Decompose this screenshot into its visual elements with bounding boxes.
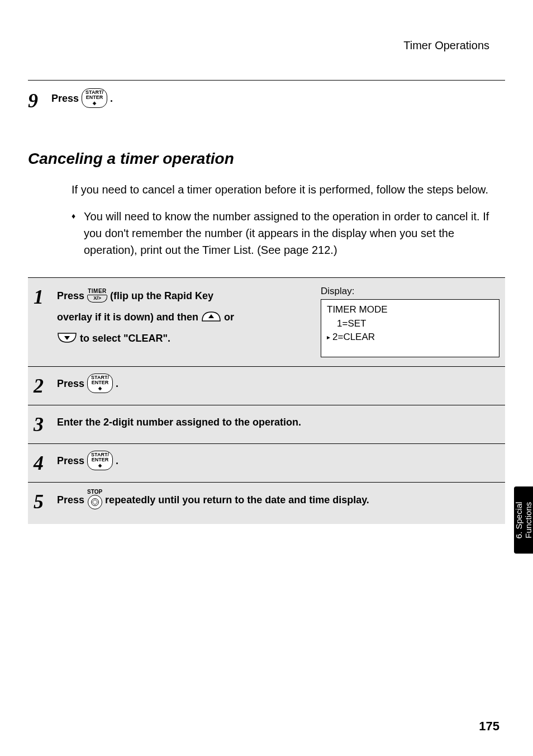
cancel-bullet-row: ♦ You will need to know the number assig…: [72, 208, 494, 258]
start-enter-button-icon: START/ ENTER ◈: [82, 88, 107, 108]
step-4-row: 4 Press START/ ENTER ◈ .: [28, 443, 505, 482]
display-label: Display:: [321, 286, 499, 297]
step-3-body: Enter the 2-digit number assigned to the…: [57, 413, 499, 431]
s1-t1: Press: [57, 290, 87, 301]
step-9-suffix: .: [110, 93, 113, 104]
step-1-body: Press TIMER X/> (flip up the Rapid Key o…: [57, 286, 310, 357]
step-5-body: Press STOP repeatedly until you return t…: [57, 490, 499, 511]
step-2-row: 2 Press START/ ENTER ◈ .: [28, 366, 505, 405]
page-number: 175: [479, 719, 499, 734]
pill-diamond-icon: ◈: [93, 101, 96, 106]
stop-button-icon: STOP: [87, 489, 102, 509]
step-5-row: 5 Press STOP repeatedly until you return…: [28, 482, 505, 524]
s4-suffix: .: [116, 455, 118, 466]
cancel-heading: Canceling a timer operation: [28, 150, 505, 168]
step-4-body: Press START/ ENTER ◈ .: [57, 452, 499, 471]
timer-button-icon: TIMER X/>: [87, 289, 107, 303]
display-l3: 2=CLEAR: [327, 330, 493, 344]
side-tab-label: 6. SpecialFunctions: [514, 502, 533, 538]
step-9-row: 9 Press START/ ENTER ◈ .: [28, 80, 505, 133]
step-2-number: 2: [34, 375, 50, 396]
s1-t2: (flip up the Rapid Key: [110, 290, 213, 301]
pill-diamond-icon: ◈: [98, 386, 102, 391]
cancel-bullet-text: You will need to know the number assigne…: [84, 208, 494, 258]
step-9-body: Press START/ ENTER ◈ .: [51, 89, 505, 109]
step-1-row: 1 Press TIMER X/> (flip up the Rapid Key…: [28, 277, 505, 366]
display-box: TIMER MODE 1=SET 2=CLEAR: [321, 299, 499, 357]
s1-t4: or: [224, 311, 234, 323]
pill-line2: ENTER: [86, 94, 103, 100]
step-1-number: 1: [34, 286, 50, 307]
timer-top: TIMER: [88, 289, 107, 295]
down-arrow-button-icon: [57, 332, 77, 343]
page-header-section: Timer Operations: [28, 39, 505, 52]
steps-block: 1 Press TIMER X/> (flip up the Rapid Key…: [28, 277, 505, 524]
step-2-body: Press START/ ENTER ◈ .: [57, 375, 499, 394]
step-9-prefix: Press: [51, 93, 82, 104]
step-9-number: 9: [28, 89, 45, 111]
s2-t1: Press: [57, 378, 87, 389]
start-enter-button-icon: START/ ENTER ◈: [87, 374, 113, 393]
display-l2: 1=SET: [327, 317, 493, 331]
pill-line2: ENTER: [92, 457, 109, 462]
s5-t2: repeatedly until you return to the date …: [105, 494, 369, 505]
s2-suffix: .: [116, 378, 118, 389]
stop-label: STOP: [87, 489, 102, 495]
pill-diamond-icon: ◈: [98, 463, 102, 468]
timer-bottom: X/>: [87, 295, 107, 303]
start-enter-button-icon: START/ ENTER ◈: [87, 451, 113, 470]
side-tab: 6. SpecialFunctions: [514, 486, 533, 554]
cancel-intro: If you need to cancel a timer operation …: [72, 181, 494, 198]
step-4-number: 4: [34, 452, 50, 473]
s4-t1: Press: [57, 455, 87, 466]
step-3-number: 3: [34, 413, 50, 434]
up-arrow-button-icon: [201, 311, 221, 322]
step-3-row: 3 Enter the 2-digit number assigned to t…: [28, 405, 505, 443]
s1-t3: overlay if it is down) and then: [57, 311, 201, 323]
s5-t1: Press: [57, 494, 87, 505]
display-l1: TIMER MODE: [327, 303, 493, 317]
bullet-diamond-icon: ♦: [72, 208, 84, 258]
s1-t5: to select "CLEAR".: [80, 333, 170, 344]
step-5-number: 5: [34, 490, 50, 512]
pill-line2: ENTER: [92, 380, 109, 385]
